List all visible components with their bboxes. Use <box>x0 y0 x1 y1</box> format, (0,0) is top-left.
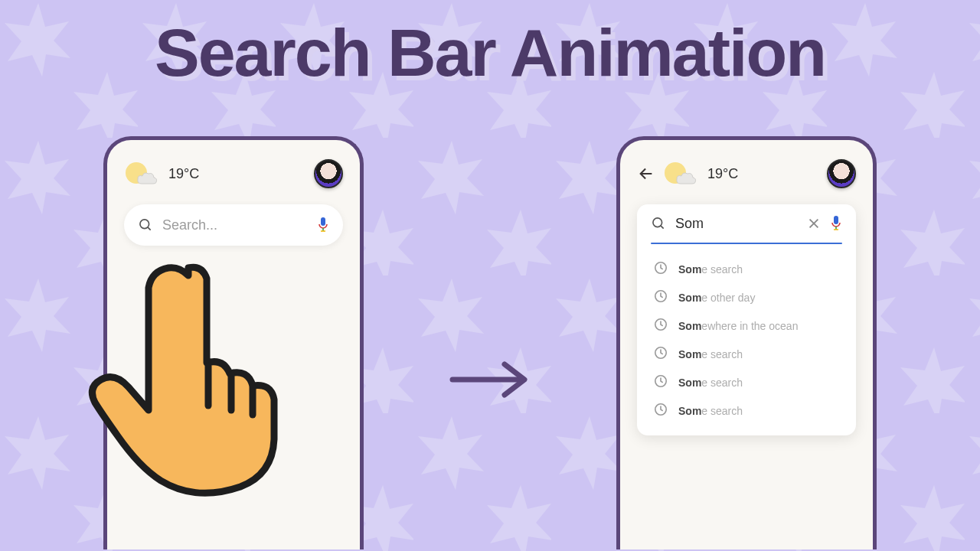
clear-icon[interactable] <box>807 217 821 230</box>
pointer-hand-icon <box>77 253 291 500</box>
search-placeholder: Search... <box>162 217 308 233</box>
svg-rect-4 <box>321 217 325 226</box>
list-item[interactable]: Some other day <box>637 283 856 311</box>
transition-arrow-icon <box>448 357 532 406</box>
search-bar-idle[interactable]: Search... <box>124 204 343 246</box>
back-button[interactable] <box>637 165 655 183</box>
temperature-label: 19°C <box>707 166 738 182</box>
suggestion-list: Some search Some other day Somewhere in … <box>637 250 856 435</box>
search-icon <box>138 217 153 233</box>
list-item[interactable]: Somewhere in the ocean <box>637 311 856 340</box>
weather-icon <box>663 161 697 187</box>
history-icon <box>654 374 668 390</box>
avatar[interactable] <box>314 159 343 188</box>
page-title: Search Bar Animation <box>0 14 980 92</box>
history-icon <box>654 403 668 419</box>
search-bar-active[interactable]: Som <box>637 204 856 243</box>
weather-icon <box>124 161 158 187</box>
history-icon <box>654 261 668 277</box>
phone-mockup-expanded: 19°C Som Some search <box>616 136 877 549</box>
history-icon <box>654 289 668 305</box>
avatar[interactable] <box>827 159 856 188</box>
search-underline <box>651 243 842 244</box>
search-expanded-card: Som Some search Some other day <box>637 204 856 435</box>
temperature-label: 19°C <box>168 166 199 182</box>
list-item[interactable]: Some search <box>637 255 856 283</box>
search-input-text: Som <box>675 216 798 232</box>
svg-point-9 <box>653 218 662 227</box>
search-icon <box>651 216 666 231</box>
svg-line-3 <box>148 227 151 230</box>
mic-icon[interactable] <box>317 217 329 233</box>
svg-rect-13 <box>834 216 838 224</box>
list-item[interactable]: Some search <box>637 396 856 425</box>
svg-line-10 <box>661 226 664 229</box>
phone-topbar: 19°C <box>637 158 856 189</box>
list-item[interactable]: Some search <box>637 368 856 396</box>
list-item[interactable]: Some search <box>637 340 856 368</box>
history-icon <box>654 318 668 334</box>
svg-point-2 <box>140 220 149 229</box>
history-icon <box>654 346 668 362</box>
mic-icon[interactable] <box>830 215 842 232</box>
phone-topbar: 19°C <box>124 158 343 189</box>
